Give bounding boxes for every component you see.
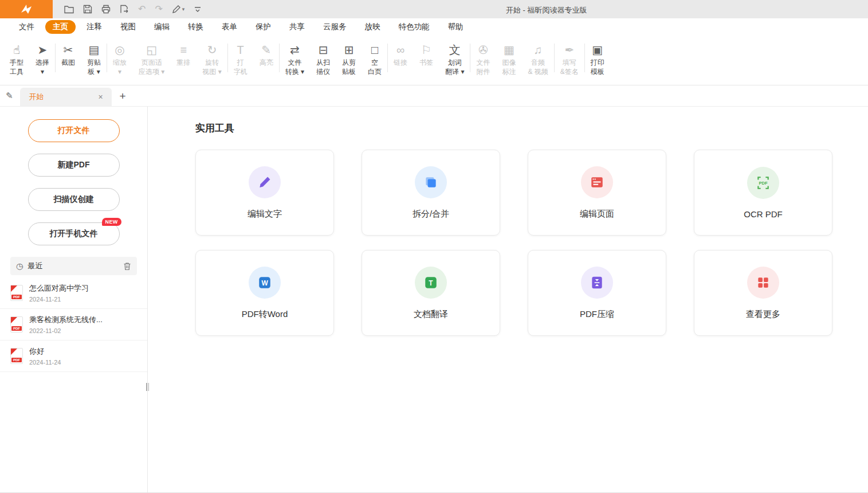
ribbon-from-clipboard[interactable]: ⊞ 从剪 贴板 (338, 40, 360, 78)
menu-tab-label: 帮助 (448, 22, 464, 31)
foxit-logo[interactable] (0, 0, 53, 18)
ribbon-item-label: 图像 标注 (502, 58, 516, 76)
ribbon-page-fit: ◱ 页面适 应选项 ▾ (135, 40, 168, 78)
doc-tab-start[interactable]: 开始 × (20, 88, 112, 106)
rotate-view-icon: ↻ (207, 42, 217, 58)
open-file-button[interactable]: 打开文件 (28, 119, 120, 142)
ribbon-file-convert[interactable]: ⇄ 文件 转换 ▾ (281, 40, 308, 78)
menu-tab-convert[interactable]: 转换 (180, 20, 211, 34)
window-title: 开始 - 福昕阅读器专业版 (506, 5, 587, 15)
open-mobile-file-label: 打开手机文件 (50, 229, 98, 238)
ribbon-zoom: ◎ 缩放 ▾ (109, 40, 131, 78)
edit-text-icon (249, 166, 281, 198)
main-content: 实用工具 编辑文字 拆分/合并 (148, 107, 868, 492)
menu-tab-cloud[interactable]: 云服务 (316, 20, 354, 34)
hand-tool-icon: ☝ (13, 42, 20, 58)
tool-card-pdf-compress[interactable]: PDF压缩 (528, 250, 666, 336)
print-icon[interactable] (101, 5, 111, 14)
ribbon-item-label: 音频 & 视频 (528, 58, 548, 76)
zoom-icon: ◎ (115, 42, 124, 58)
menu-tab-share[interactable]: 共享 (282, 20, 312, 34)
ribbon-print-template[interactable]: ▣ 打印 模板 (587, 40, 608, 78)
export-icon[interactable] (120, 5, 129, 14)
ribbon-item-label: 从剪 贴板 (342, 58, 356, 76)
tools-grid: 编辑文字 拆分/合并 编辑页面 PDF (195, 150, 868, 336)
menu-tab-home[interactable]: 主页 (45, 20, 76, 34)
menu-tab-help[interactable]: 帮助 (441, 20, 471, 34)
edit-pages-icon (581, 166, 613, 198)
ribbon-item-label: 截图 (61, 58, 75, 76)
ribbon-item-label: 重排 (176, 58, 190, 76)
tool-card-label: 查看更多 (746, 309, 780, 320)
menu-tab-form[interactable]: 表单 (214, 20, 245, 34)
recent-file-item[interactable]: 怎么面对高中学习 2024-11-21 (0, 277, 147, 309)
blank-page-icon: □ (371, 42, 378, 58)
tool-card-label: PDF压缩 (580, 309, 614, 320)
menu-tab-protect[interactable]: 保护 (248, 20, 278, 34)
tool-card-doc-translate[interactable]: T 文档翻译 (362, 250, 500, 336)
ribbon-select[interactable]: ➤ 选择 ▾ (32, 40, 53, 78)
customize-toolbar-icon[interactable] (194, 5, 202, 13)
create-from-scanner-button[interactable]: 扫描仪创建 (28, 188, 120, 211)
tool-card-split-merge[interactable]: 拆分/合并 (362, 150, 500, 236)
svg-text:PDF: PDF (759, 181, 768, 186)
ribbon-clipboard[interactable]: ▤ 剪贴 板 ▾ (83, 40, 105, 78)
ribbon-link: ∞ 链接 (390, 40, 411, 78)
bookmark-icon: ⚐ (421, 42, 431, 58)
pen-icon[interactable]: ✎ (6, 91, 13, 101)
ribbon-translate[interactable]: 文 划词 翻译 ▾ (441, 40, 468, 78)
menu-tab-comment[interactable]: 注释 (79, 20, 109, 34)
pdf-file-icon (10, 316, 23, 332)
open-mobile-file-button[interactable]: 打开手机文件 NEW (28, 222, 120, 245)
recent-file-date: 2022-11-02 (29, 327, 103, 334)
section-title: 实用工具 (195, 122, 868, 135)
tool-card-label: 编辑文字 (248, 209, 282, 220)
attachment-icon: ✇ (478, 42, 488, 58)
tool-card-edit-text[interactable]: 编辑文字 (195, 150, 334, 236)
ribbon-blank-page[interactable]: □ 空 白页 (364, 40, 386, 78)
ribbon-audio-video: ♫ 音频 & 视频 (524, 40, 552, 78)
tool-card-pdf-to-word[interactable]: W PDF转Word (195, 250, 334, 336)
tool-card-edit-pages[interactable]: 编辑页面 (528, 150, 666, 236)
open-file-icon[interactable] (64, 5, 74, 14)
audio-video-icon: ♫ (534, 42, 543, 58)
menu-tab-present[interactable]: 放映 (358, 20, 388, 34)
ribbon-item-label: 页面适 应选项 ▾ (139, 58, 164, 76)
menu-tab-file[interactable]: 文件 (11, 20, 42, 34)
ribbon-item-label: 高亮 (260, 58, 273, 76)
fox-icon (19, 3, 34, 15)
recent-file-item[interactable]: 你好 2024-11-24 (0, 341, 147, 372)
ribbon-snapshot[interactable]: ✂ 截图 (57, 40, 79, 78)
new-pdf-button[interactable]: 新建PDF (28, 154, 120, 177)
tool-card-ocr-pdf[interactable]: PDF OCR PDF (694, 150, 832, 236)
menu-tab-edit[interactable]: 编辑 (147, 20, 177, 34)
menu-tab-features[interactable]: 特色功能 (391, 20, 437, 34)
ribbon-image-annot: ▦ 图像 标注 (498, 40, 520, 78)
ribbon-item-label: 打印 模板 (591, 58, 604, 76)
ribbon-item-label: 从扫 描仪 (316, 58, 330, 76)
menu-tab-view[interactable]: 视图 (113, 20, 143, 34)
paste-icon: ⊞ (344, 42, 354, 58)
page-fit-icon: ◱ (146, 42, 157, 58)
sidebar-resize-handle[interactable] (146, 383, 150, 392)
ocr-pdf-icon: PDF (747, 167, 779, 199)
save-icon[interactable] (83, 5, 92, 14)
chevron-down-icon: ▾ (182, 7, 185, 12)
clear-recent-trash-icon[interactable] (123, 262, 131, 271)
document-tab-bar: ✎ 开始 × + (0, 85, 868, 107)
ink-signature-icon[interactable]: ▾ (172, 5, 185, 14)
new-tab-button[interactable]: + (120, 91, 126, 101)
recent-file-item[interactable]: 乘客检测系统无线传... 2022-11-02 (0, 309, 147, 341)
menu-tab-label: 共享 (289, 22, 305, 31)
ribbon-hand-tool[interactable]: ☝ 手型 工具 (6, 40, 28, 78)
ribbon-from-scanner[interactable]: ⊟ 从扫 描仪 (312, 40, 334, 78)
recent-section-header: ◷ 最近 (10, 257, 137, 275)
pdf-compress-icon (581, 267, 613, 299)
ribbon-item-label: 文件 附件 (476, 58, 490, 76)
tool-card-view-more[interactable]: 查看更多 (694, 250, 832, 336)
ribbon-item-label: 选择 ▾ (36, 58, 49, 76)
ribbon-rotate-view: ↻ 旋转 视图 ▾ (198, 40, 225, 78)
close-tab-icon[interactable]: × (96, 92, 104, 101)
menu-tab-label: 特色功能 (399, 22, 430, 31)
scanner-icon: ⊟ (319, 42, 328, 58)
